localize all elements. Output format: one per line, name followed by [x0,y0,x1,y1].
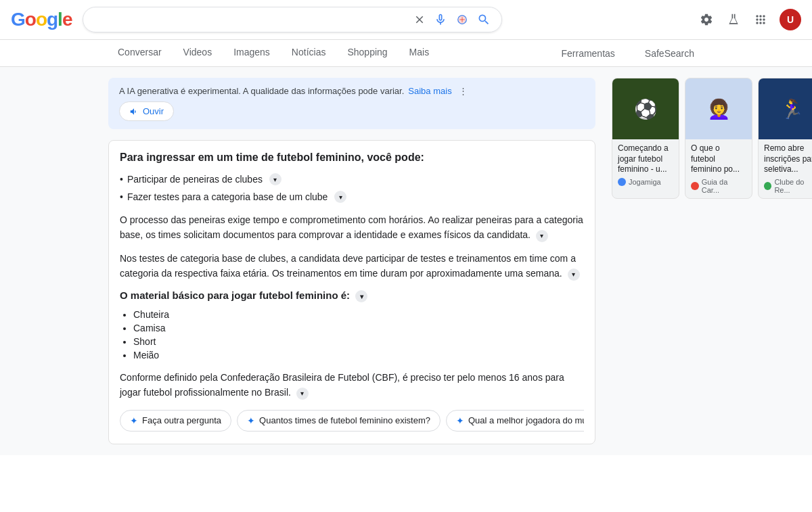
nav-safesearch[interactable]: SafeSearch [635,41,704,66]
material-list: Chuteira Camisa Short Meião [120,308,584,362]
image-card-1[interactable]: ⚽ Começando a jogar futebol feminino - u… [612,78,679,199]
ai-banner-text: A IA generativa é experimental. A qualid… [119,86,585,96]
tab-conversar[interactable]: Conversar [108,40,171,66]
chat-icon-1: ✦ [247,415,255,426]
image-source-label-3: Clube do Re... [774,178,812,194]
material-section-title: O material básico para jogar futebol fem… [120,289,584,303]
tab-noticias[interactable]: Notícias [282,40,336,66]
image-title-1: Começando a jogar futebol feminino - u..… [618,143,673,175]
expand-icon-para1[interactable]: ▾ [536,230,548,242]
avatar[interactable]: U [780,9,801,30]
google-search-button[interactable] [477,13,491,26]
list-text-2: Fazer testes para a categoria base de um… [127,191,328,202]
image-card-2[interactable]: 👩‍🦱 O que o futebol feminino po... Guia … [685,78,752,199]
image-1: ⚽ [612,78,679,139]
labs-icon[interactable] [725,11,742,28]
sparkle-icon: ✦ [130,415,138,426]
chip-quantos-times[interactable]: ✦ Quantos times de futebol feminino exis… [237,410,441,432]
image-2: 👩‍🦱 [685,78,752,139]
ai-answer-title: Para ingressar em um time de futebol fem… [120,152,584,164]
search-bar: como ingressar em um time de futebol fem… [83,7,502,32]
image-3: 🏃‍♀️ [759,78,812,139]
voice-search-button[interactable] [434,13,447,26]
list-bullet-1: • [120,174,123,185]
source-dot-3 [764,182,771,190]
google-logo: Google [11,9,72,30]
header: Google como ingressar em um time de fute… [0,0,812,40]
saiba-mais-link[interactable]: Saiba mais [408,86,451,96]
ai-banner: A IA generativa é experimental. A qualid… [108,78,595,129]
right-column: ⚽ Começando a jogar futebol feminino - u… [612,78,812,444]
material-item-4: Meião [133,348,584,362]
chip-melhor-jogadora[interactable]: ✦ Qual a melhor jogadora do mundo? [446,410,584,432]
image-caption-2: O que o futebol feminino po... Guia da C… [685,139,752,198]
images-row: ⚽ Começando a jogar futebol feminino - u… [612,78,812,199]
left-column: A IA generativa é experimental. A qualid… [108,78,595,444]
chip-label-1: Quantos times de futebol feminino existe… [259,415,430,425]
image-source-label-2: Guia da Car... [702,178,746,194]
image-source-2: Guia da Car... [691,178,746,194]
tab-imagens[interactable]: Imagens [224,40,279,66]
expand-icon-para3[interactable]: ▾ [296,388,309,400]
material-item-3: Short [133,335,584,348]
lens-search-button[interactable] [455,13,469,26]
expand-icon-para2[interactable]: ▾ [568,269,580,281]
expand-icon-1[interactable]: ▾ [269,173,281,185]
nav-right: Ferramentas SafeSearch [551,41,704,66]
clear-search-button[interactable] [413,14,426,26]
main-content: A IA generativa é experimental. A qualid… [0,67,812,455]
search-input[interactable]: como ingressar em um time de futebol fem… [94,14,408,26]
nav-tabs: Conversar Videos Imagens Notícias Shoppi… [0,40,812,67]
tab-shopping[interactable]: Shopping [338,40,397,66]
ouvir-button[interactable]: Ouvir [119,101,174,121]
chip-label-2: Qual a melhor jogadora do mundo? [468,415,584,425]
expand-icon-material[interactable]: ▾ [355,290,367,302]
image-source-1: Jogamiga [618,178,673,186]
list-item-1: • Participar de peneiras de clubes ▾ [120,172,584,187]
material-item-2: Camisa [133,321,584,335]
apps-icon[interactable] [752,11,769,28]
ouvir-label: Ouvir [143,106,164,116]
image-source-3: Clube do Re... [764,178,812,194]
header-right: U [698,9,801,30]
chip-faca-outra-pergunta[interactable]: ✦ Faça outra pergunta [120,410,231,432]
source-dot-1 [618,178,626,186]
ai-paragraph-1: O processo das peneiras exige tempo e co… [120,212,584,243]
ai-paragraph-2: Nos testes de categoria base de clubes, … [120,251,584,281]
chat-icon-2: ✦ [456,415,464,426]
images-container: ⚽ Começando a jogar futebol feminino - u… [612,78,812,199]
image-caption-1: Começando a jogar futebol feminino - u..… [612,139,679,190]
material-item-1: Chuteira [133,308,584,321]
image-title-2: O que o futebol feminino po... [691,143,746,175]
image-title-3: Remo abre inscrições para seletiva... [764,143,812,175]
expand-icon-2[interactable]: ▾ [334,191,346,203]
ai-answer-box: Para ingressar em um time de futebol fem… [108,140,595,444]
tab-videos[interactable]: Videos [174,40,222,66]
list-item-2: • Fazer testes para a categoria base de … [120,189,584,204]
tab-mais[interactable]: Mais [400,40,439,66]
ai-paragraph-3: Conforme definido pela Confederação Bras… [120,370,584,400]
settings-icon[interactable] [698,11,715,28]
more-options-icon[interactable]: ⋮ [459,86,468,96]
ai-list: • Participar de peneiras de clubes ▾ • F… [120,172,584,204]
image-source-label-1: Jogamiga [629,178,661,186]
nav-ferramentas[interactable]: Ferramentas [551,41,624,66]
image-caption-3: Remo abre inscrições para seletiva... Cl… [759,139,812,198]
chips-and-feedback: ✦ Faça outra pergunta ✦ Quantos times de… [120,409,584,433]
list-text-1: Participar de peneiras de clubes [127,174,263,185]
list-bullet-2: • [120,191,123,202]
source-dot-2 [691,182,699,190]
search-icons [413,13,491,26]
image-card-3[interactable]: 🏃‍♀️ Remo abre inscrições para seletiva.… [758,78,812,199]
chip-label-0: Faça outra pergunta [142,415,221,425]
ai-banner-message: A IA generativa é experimental. A qualid… [119,86,404,96]
